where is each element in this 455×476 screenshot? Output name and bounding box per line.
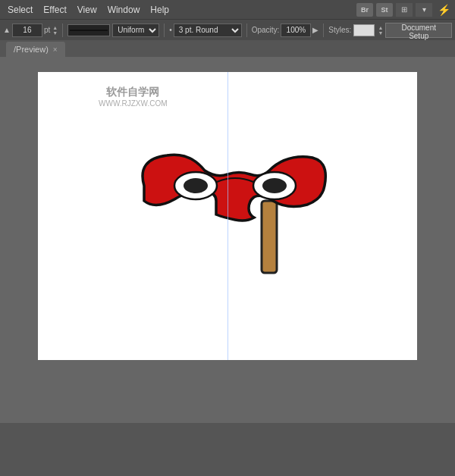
mask-svg bbox=[129, 117, 341, 284]
stock-icon[interactable]: St bbox=[376, 3, 393, 17]
mask-illustration bbox=[129, 117, 341, 284]
size-stepper[interactable]: ▲▼ bbox=[52, 25, 58, 36]
bottom-bar bbox=[0, 423, 455, 476]
stroke-line bbox=[70, 30, 108, 31]
menu-help[interactable]: Help bbox=[146, 3, 174, 17]
menu-effect[interactable]: Effect bbox=[39, 3, 71, 17]
stroke-preview bbox=[67, 24, 110, 36]
svg-point-4 bbox=[262, 178, 287, 193]
canvas-area: 软件自学网 WWW.RJZXW.COM bbox=[0, 57, 455, 423]
workspace-dropdown-icon[interactable]: ▾ bbox=[416, 3, 432, 17]
opacity-control: Opacity: ▶ bbox=[252, 23, 319, 37]
tab-close-button[interactable]: × bbox=[53, 45, 58, 54]
tabbar: /Preview) × bbox=[0, 40, 455, 57]
styles-label: Styles: bbox=[328, 26, 351, 34]
sep3 bbox=[246, 23, 247, 37]
tab-label: /Preview) bbox=[14, 45, 49, 54]
menu-select[interactable]: Select bbox=[3, 3, 37, 17]
search-icon[interactable]: ⚡ bbox=[435, 3, 452, 17]
size-up-arrow[interactable]: ▲ bbox=[3, 26, 11, 34]
stroke-dot: • bbox=[169, 26, 172, 34]
opacity-input[interactable] bbox=[281, 23, 311, 37]
menubar-icons: Br St ⊞ ▾ ⚡ bbox=[356, 3, 452, 17]
tab-preview[interactable]: /Preview) × bbox=[6, 42, 65, 57]
styles-stepper[interactable]: ▲▼ bbox=[378, 25, 383, 36]
menubar: Select Effect View Window Help Br St ⊞ ▾… bbox=[0, 0, 455, 19]
styles-box[interactable] bbox=[353, 24, 375, 36]
watermark-line2: WWW.RJZXW.COM bbox=[99, 99, 168, 108]
toolbar: ▲ pt ▲▼ Uniform • 3 pt. Round Opacity: ▶… bbox=[0, 19, 455, 40]
size-input[interactable] bbox=[12, 23, 42, 37]
size-control: ▲ pt ▲▼ bbox=[3, 23, 58, 37]
menu-window[interactable]: Window bbox=[103, 3, 145, 17]
bridge-icon[interactable]: Br bbox=[356, 3, 373, 17]
stroke-size-select[interactable]: 3 pt. Round bbox=[174, 23, 242, 37]
opacity-label: Opacity: bbox=[252, 26, 280, 34]
sep2 bbox=[164, 23, 165, 37]
svg-point-2 bbox=[184, 178, 208, 193]
opacity-expand-icon[interactable]: ▶ bbox=[312, 26, 318, 34]
stroke-size-control: • 3 pt. Round bbox=[169, 23, 242, 37]
menu-view[interactable]: View bbox=[73, 3, 102, 17]
workspace-switcher-icon[interactable]: ⊞ bbox=[396, 3, 413, 17]
watermark: 软件自学网 WWW.RJZXW.COM bbox=[99, 86, 168, 108]
sep4 bbox=[323, 23, 324, 37]
watermark-line1: 软件自学网 bbox=[99, 86, 168, 99]
svg-rect-0 bbox=[262, 201, 277, 273]
guide-line bbox=[228, 72, 228, 360]
stroke-type-select[interactable]: Uniform bbox=[112, 23, 159, 37]
size-unit-label: pt bbox=[44, 26, 50, 34]
document-setup-button[interactable]: Document Setup bbox=[385, 23, 452, 38]
sep1 bbox=[62, 23, 63, 37]
